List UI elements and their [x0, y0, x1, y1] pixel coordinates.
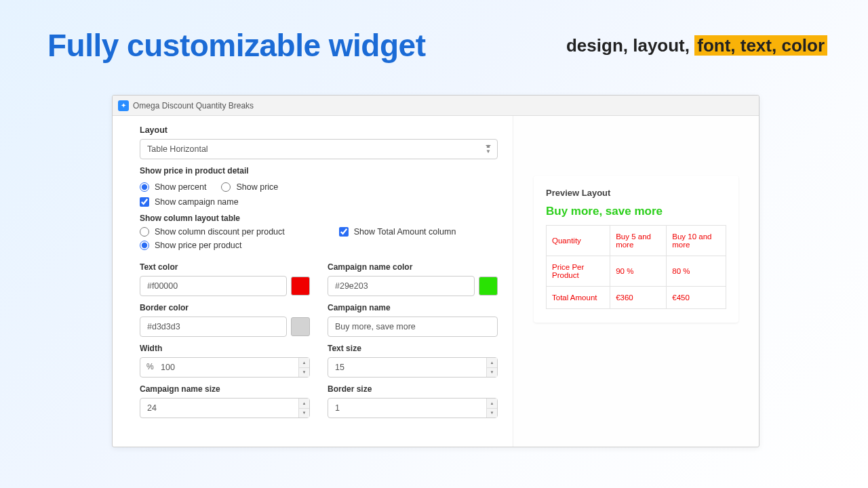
check-show-campaign-name-label: Show campaign name — [155, 197, 239, 207]
campaign-size-input[interactable] — [140, 398, 310, 418]
border-size-stepper[interactable]: ▲▼ — [486, 399, 497, 418]
cell-quantity-label: Quantity — [547, 226, 610, 256]
chevron-down-icon: ▼ — [487, 409, 497, 418]
text-color-label: Text color — [140, 262, 310, 272]
border-color-label: Border color — [140, 303, 310, 312]
chevron-down-icon: ▼ — [299, 368, 309, 378]
campaign-name-label: Campaign name — [328, 303, 498, 312]
chevron-up-icon: ▲ — [487, 399, 497, 409]
radio-show-percent[interactable]: Show percent — [140, 182, 206, 192]
campaign-size-label: Campaign name size — [140, 384, 310, 394]
chevron-up-icon: ▲ — [487, 358, 497, 368]
layout-label: Layout — [140, 125, 498, 135]
app-title: Omega Discount Quantity Breaks — [133, 101, 254, 110]
radio-show-column-discount-label: Show column discount per product — [155, 227, 285, 237]
table-row: Price Per Product 90 % 80 % — [547, 256, 726, 287]
hero-headline: Fully customizable widget — [47, 27, 425, 64]
radio-show-price[interactable]: Show price — [221, 182, 278, 192]
table-row: Total Amount €360 €450 — [547, 287, 726, 309]
hero-tagline: design, layout, font, text, color — [566, 35, 827, 56]
border-size-input[interactable] — [328, 398, 498, 418]
check-show-total-amount-label: Show Total Amount column — [354, 227, 456, 237]
width-input[interactable] — [140, 357, 310, 378]
border-color-swatch[interactable] — [291, 317, 310, 336]
preview-title: Preview Layout — [546, 188, 726, 198]
check-show-total-amount[interactable]: Show Total Amount column — [339, 227, 456, 237]
preview-pane: Preview Layout Buy more, save more Quant… — [513, 116, 759, 447]
titlebar: ✦ Omega Discount Quantity Breaks — [113, 96, 759, 116]
cell-ppp-tier1: 90 % — [610, 256, 667, 287]
tagline-plain: design, layout, — [566, 35, 694, 56]
preview-card: Preview Layout Buy more, save more Quant… — [534, 176, 738, 323]
cell-total-label: Total Amount — [547, 287, 610, 309]
app-icon: ✦ — [118, 100, 129, 111]
text-color-input[interactable] — [140, 276, 287, 296]
text-size-input[interactable] — [328, 357, 498, 378]
preview-campaign-name: Buy more, save more — [546, 205, 726, 218]
radio-show-percent-label: Show percent — [155, 182, 206, 192]
chevron-down-icon: ▼ — [487, 368, 497, 378]
app-window: ✦ Omega Discount Quantity Breaks Layout … — [112, 95, 760, 447]
check-show-campaign-name[interactable]: Show campaign name — [140, 197, 498, 207]
show-column-label: Show column layout table — [140, 214, 498, 223]
radio-show-price-label: Show price — [236, 182, 278, 192]
campaign-color-input[interactable] — [328, 276, 475, 296]
width-label: Width — [140, 344, 310, 353]
settings-pane: Layout ▲▼ Show price in product detail S… — [113, 116, 513, 447]
show-price-label: Show price in product detail — [140, 166, 498, 176]
chevron-up-icon: ▲ — [299, 358, 309, 368]
radio-show-price-per-product-label: Show price per product — [155, 241, 242, 250]
campaign-name-input[interactable] — [328, 317, 498, 337]
cell-ppp-tier2: 80 % — [667, 256, 726, 287]
chevron-updown-icon: ▲▼ — [486, 144, 491, 155]
chevron-down-icon: ▼ — [299, 409, 309, 418]
campaign-size-stepper[interactable]: ▲▼ — [298, 399, 309, 418]
radio-show-column-discount[interactable]: Show column discount per product — [140, 227, 285, 237]
width-stepper[interactable]: ▲▼ — [298, 358, 309, 377]
radio-show-price-per-product[interactable]: Show price per product — [140, 241, 498, 250]
cell-total-tier2: €450 — [667, 287, 726, 309]
text-size-stepper[interactable]: ▲▼ — [486, 358, 497, 377]
border-color-input[interactable] — [140, 317, 287, 337]
width-prefix: % — [146, 362, 154, 371]
layout-select[interactable] — [140, 139, 498, 159]
tagline-highlight: font, text, color — [694, 35, 827, 56]
campaign-color-label: Campaign name color — [328, 262, 498, 272]
campaign-color-swatch[interactable] — [479, 277, 498, 296]
text-color-swatch[interactable] — [291, 277, 310, 296]
border-size-label: Border size — [328, 384, 498, 394]
chevron-up-icon: ▲ — [299, 399, 309, 409]
cell-tier1-label: Buy 5 and more — [610, 226, 667, 256]
cell-ppp-label: Price Per Product — [547, 256, 610, 287]
table-row: Quantity Buy 5 and more Buy 10 and more — [547, 226, 726, 256]
cell-tier2-label: Buy 10 and more — [667, 226, 726, 256]
text-size-label: Text size — [328, 344, 498, 353]
cell-total-tier1: €360 — [610, 287, 667, 309]
preview-table: Quantity Buy 5 and more Buy 10 and more … — [546, 225, 726, 309]
